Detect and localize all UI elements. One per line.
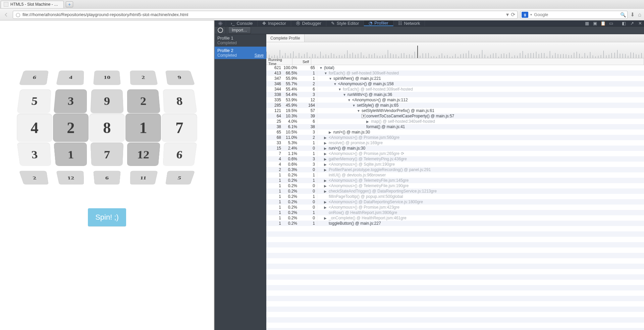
profile-item[interactable]: Profile 1Completed bbox=[215, 34, 266, 47]
tree-row[interactable]: 12119.5%57▼setStyleWithVendorPrefix() @ … bbox=[266, 108, 644, 113]
search-engine-badge[interactable]: g bbox=[522, 12, 528, 18]
reload-icon[interactable]: ⟳ bbox=[511, 11, 515, 18]
tree-row[interactable]: 34755.9%1▼spinWhen() @ main.js:221 bbox=[266, 76, 644, 81]
col-self[interactable]: Self bbox=[292, 58, 311, 65]
tree-row[interactable]: 10.2%1initUI() @ devtools.js:96 browser bbox=[266, 172, 644, 178]
search-bar[interactable]: g ▾ 🔍 bbox=[520, 11, 628, 19]
expand-toggle-icon[interactable]: ▶ bbox=[324, 206, 328, 209]
tree-row[interactable]: 10.2%1toggleButton() @ main.js:227 bbox=[266, 221, 644, 226]
tree-row-empty bbox=[266, 274, 644, 280]
dropdown-icon[interactable]: ▾ bbox=[506, 11, 509, 18]
devtools-tab-console[interactable]: ›_Console bbox=[226, 20, 258, 26]
tree-row[interactable]: 34655.7%2▼<Anonymous>() @ main.js:158 bbox=[266, 81, 644, 87]
dock-side-icon[interactable]: ◧ bbox=[620, 20, 628, 26]
scratchpad-icon[interactable]: 📋 bbox=[599, 20, 607, 26]
tree-row[interactable]: 10.2%0▶_onComplete() @ HealthReport.jsm:… bbox=[266, 215, 644, 221]
expand-toggle-icon[interactable]: ▶ bbox=[324, 189, 328, 193]
devtools-tab-profiler[interactable]: ◔Profiler bbox=[364, 20, 393, 26]
expand-toggle-icon[interactable]: ▶ bbox=[324, 184, 328, 188]
search-icon[interactable]: 🔍 bbox=[620, 12, 626, 17]
home-icon[interactable]: ⌂ bbox=[638, 12, 641, 18]
tree-row[interactable]: 621100.0%65▼(total) bbox=[266, 65, 644, 70]
download-icon[interactable]: ⬇ bbox=[630, 11, 635, 18]
breadcrumb-item[interactable]: Complete Profile bbox=[266, 34, 305, 42]
tree-row[interactable]: 152.4%0▶run/<() @ main.js:30 bbox=[266, 146, 644, 151]
expand-toggle-icon[interactable]: ▶ bbox=[324, 141, 328, 145]
expand-toggle-icon[interactable]: ▼ bbox=[329, 77, 333, 80]
save-profile-link[interactable]: Save bbox=[255, 53, 264, 58]
new-tab-button[interactable]: + bbox=[66, 1, 73, 7]
tree-row[interactable]: 254.0%6▶map() @ self-hosted:340 self-hos… bbox=[266, 119, 644, 124]
expand-toggle-icon[interactable]: ▼ bbox=[343, 93, 347, 97]
back-button[interactable] bbox=[3, 11, 10, 18]
expand-toggle-icon[interactable]: ▼ bbox=[338, 88, 342, 91]
spin-button[interactable]: Spin! ;) bbox=[88, 208, 126, 226]
close-icon[interactable]: ✕ bbox=[636, 20, 644, 26]
tree-row[interactable]: 10.2%0▶<Anonymous>() @ Promise.jsm:423 g… bbox=[266, 205, 644, 210]
url-input[interactable] bbox=[22, 12, 504, 17]
tree-row[interactable]: 10.2%0▶<Anonymous>() @ DataReportingServ… bbox=[266, 199, 644, 205]
expand-toggle-icon[interactable]: ▶ bbox=[329, 130, 333, 134]
search-input[interactable] bbox=[534, 12, 618, 17]
expand-toggle-icon[interactable]: ▶ bbox=[324, 179, 328, 182]
expand-toggle-icon[interactable]: ▶ bbox=[324, 216, 328, 220]
chevron-down-icon[interactable]: ▾ bbox=[530, 13, 532, 16]
devtools-tab-label: Network bbox=[404, 21, 420, 26]
profiler-timeline[interactable] bbox=[266, 42, 644, 58]
tree-row[interactable]: 10.2%0▶<Anonymous>() @ TelemetryFile.jsm… bbox=[266, 183, 644, 188]
tree-row[interactable]: 33854.4%3▼runWith/<() @ main.js:36 bbox=[266, 92, 644, 97]
tree-row[interactable]: 10.2%1fillInPageTooltip() @ popup.xml:50… bbox=[266, 194, 644, 199]
tree-row[interactable]: 335.3%1▶resolve() @ promise.js:169 gre bbox=[266, 140, 644, 146]
expand-toggle-icon[interactable]: ▶ bbox=[324, 168, 328, 172]
browser-tab[interactable]: HTML5 - Slot Machine - Wojcie… bbox=[1, 1, 64, 8]
tree-row[interactable]: 34455.4%6▼forEach() @ self-hosted:309 se… bbox=[266, 87, 644, 92]
import-button[interactable]: Import… bbox=[228, 26, 251, 34]
tree-row[interactable]: 6811.0%2▶<Anonymous>() @ Promise.jsm:560… bbox=[266, 135, 644, 140]
detach-icon[interactable]: ↗ bbox=[628, 20, 636, 26]
devtools-tab-network[interactable]: ☷Network bbox=[393, 20, 425, 26]
expand-toggle-icon[interactable]: ▶ bbox=[324, 163, 328, 166]
expand-toggle-icon[interactable]: ▶ bbox=[366, 120, 370, 123]
expand-toggle-icon[interactable]: ▼ bbox=[357, 109, 361, 113]
expand-toggle-icon[interactable]: ▼ bbox=[352, 104, 356, 107]
devtools-tab-inspector[interactable]: ✥Inspector bbox=[258, 20, 291, 26]
profile-item[interactable]: Profile 2CompletedSave bbox=[215, 47, 266, 59]
expand-toggle-icon[interactable]: ▶ bbox=[324, 157, 328, 161]
devtools-tab-style-editor[interactable]: ✎Style Editor bbox=[326, 20, 364, 26]
tree-row[interactable]: 6410.3%39▾convertToCssCamelCaseProperty(… bbox=[266, 113, 644, 119]
col-running-time[interactable]: Running Time bbox=[266, 58, 292, 65]
record-button[interactable] bbox=[215, 26, 226, 34]
expand-toggle-icon[interactable]: ▼ bbox=[333, 82, 337, 86]
tree-row[interactable]: 41366.5%1▼forEach() @ self-hosted:309 se… bbox=[266, 70, 644, 76]
tree-row[interactable]: 10.2%0▶checkStateAndTrigger() @ DataRepo… bbox=[266, 188, 644, 194]
tree-row[interactable]: 6510.5%3▶run/<() @ main.js:30 bbox=[266, 129, 644, 135]
tree-row[interactable]: 40.6%3▶gatherMemory() @ TelemetryPing.js… bbox=[266, 156, 644, 162]
expand-toggle-icon[interactable]: ▼ bbox=[324, 71, 328, 75]
tree-row[interactable]: 71.1%1▶<Anonymous>() @ Promise.jsm:265 g… bbox=[266, 151, 644, 156]
paint-icon[interactable]: ▦ bbox=[583, 20, 591, 26]
expand-toggle-icon[interactable]: ▼ bbox=[347, 98, 352, 102]
responsive-icon[interactable]: ▭ bbox=[607, 20, 615, 26]
tree-row[interactable]: 33553.9%12▼<Anonymous>() @ main.js:112 bbox=[266, 97, 644, 103]
call-tree[interactable]: 621100.0%65▼(total)41366.5%1▼forEach() @… bbox=[266, 65, 644, 330]
expand-toggle-icon[interactable]: ▶ bbox=[324, 147, 328, 150]
tree-row[interactable]: 386.1%38format() @ main.js:41 bbox=[266, 124, 644, 129]
timeline-marker[interactable] bbox=[417, 46, 418, 58]
tree-row[interactable]: 20.3%0▶ProfilerPanel.prototype.toggleRec… bbox=[266, 167, 644, 172]
tree-row[interactable]: 28545.9%164▼setStyle() @ main.js:65 bbox=[266, 103, 644, 108]
expand-toggle-icon[interactable]: ▶ bbox=[324, 136, 328, 140]
reload-icon[interactable]: ⟳ bbox=[401, 151, 404, 156]
expand-toggle-icon[interactable]: ▼ bbox=[319, 66, 323, 70]
running-pct-value: 4.0% bbox=[282, 119, 299, 124]
slot-card: 8 bbox=[163, 89, 197, 113]
tree-row[interactable]: 40.6%3▶<Anonymous>() @ Sqlite.jsm:190 gr… bbox=[266, 162, 644, 167]
devtools-tab-debugger[interactable]: ⦿Debugger bbox=[291, 20, 326, 26]
expand-toggle-icon[interactable]: ▶ bbox=[324, 152, 328, 156]
tree-row[interactable]: 10.2%1onRow() @ HealthReport.jsm:3906 gr… bbox=[266, 210, 644, 215]
box-model-icon[interactable]: ▣ bbox=[591, 20, 599, 26]
expand-toggle-icon[interactable]: ▶ bbox=[324, 200, 328, 204]
devtools-settings-button[interactable] bbox=[215, 20, 226, 26]
focus-toggle-icon[interactable]: ▾ bbox=[362, 114, 366, 118]
url-bar[interactable]: ◯ ▾ ⟳ bbox=[13, 11, 518, 19]
tree-row[interactable]: 10.2%1▶<Anonymous>() @ TelemetryFile.jsm… bbox=[266, 178, 644, 183]
